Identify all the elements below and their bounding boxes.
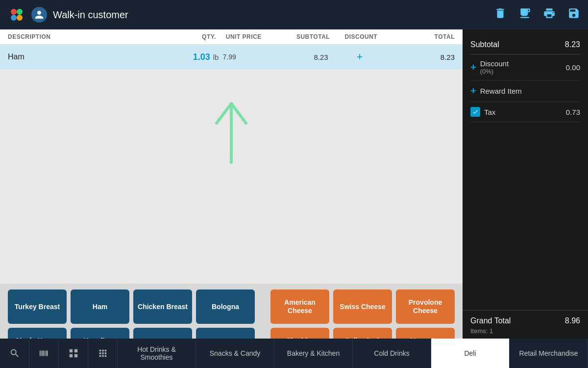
product-ham[interactable]: Ham	[71, 289, 129, 324]
svg-point-2	[17, 9, 23, 15]
col-total-header: TOTAL	[392, 33, 455, 40]
receipt-discount-row: + Discount (0%) 0.00	[470, 54, 580, 80]
receipt-items: Subtotal 8.23 + Discount (0%) 0.00 + Re	[463, 29, 588, 310]
col-unitprice-header: UNIT PRICE	[226, 33, 268, 40]
save-icon[interactable]	[567, 7, 580, 23]
main-content: DESCRIPTION QTY. UNIT PRICE SUBTOTAL DIS…	[0, 29, 588, 368]
subtotal-value: 8.23	[565, 40, 580, 49]
product-american-cheese[interactable]: American Cheese	[270, 289, 329, 324]
order-qty-value: 1.03	[193, 52, 210, 62]
add-discount-icon[interactable]: +	[357, 51, 363, 63]
tab-cold-drinks[interactable]: Cold Drinks	[353, 339, 431, 368]
tax-content: Tax 0.73	[484, 108, 580, 116]
grand-total-value: 8.96	[565, 316, 580, 325]
order-row[interactable]: Ham 1.03 lb 7.99 8.23 + 8.23	[0, 45, 463, 69]
order-item-discount[interactable]: +	[328, 51, 392, 63]
product-turkey-breast[interactable]: Turkey Breast	[8, 289, 67, 324]
add-reward-button[interactable]: +	[470, 85, 476, 97]
col-subtotal-header: SUBTOTAL	[268, 33, 330, 40]
order-table-header: DESCRIPTION QTY. UNIT PRICE SUBTOTAL DIS…	[0, 29, 463, 45]
header-actions	[494, 7, 580, 23]
receipt-subtotal-row: Subtotal 8.23	[470, 35, 580, 54]
reward-label: Reward Item	[480, 87, 522, 95]
receipt-icon[interactable]	[518, 7, 531, 23]
grand-total-label: Grand Total	[470, 316, 511, 325]
svg-point-4	[17, 15, 23, 21]
discount-value: 0.00	[566, 63, 580, 72]
delete-icon[interactable]	[494, 7, 507, 23]
svg-point-3	[11, 15, 17, 21]
tab-snacks[interactable]: Snacks & Candy	[196, 339, 274, 368]
app-logo	[8, 6, 25, 24]
col-discount-header: DISCOUNT	[330, 33, 392, 40]
add-discount-button[interactable]: +	[470, 62, 476, 73]
print-icon[interactable]	[543, 7, 556, 23]
svg-point-1	[11, 9, 17, 15]
barcode-icon-btn[interactable]	[29, 339, 59, 368]
product-swiss-cheese[interactable]: Swiss Cheese	[333, 289, 392, 324]
order-item-subtotal: 8.23	[265, 53, 328, 61]
grand-total-row: Grand Total 8.96	[470, 316, 580, 325]
user-avatar	[31, 7, 47, 23]
order-item-description: Ham	[8, 53, 134, 61]
discount-labels: Discount (0%)	[480, 59, 509, 75]
receipt-reward-row: + Reward Item	[470, 80, 580, 102]
discount-label: Discount	[480, 59, 509, 68]
right-panel: Subtotal 8.23 + Discount (0%) 0.00 + Re	[463, 29, 588, 368]
tax-checkbox[interactable]	[470, 107, 480, 117]
product-chicken-breast[interactable]: Chicken Breast	[133, 289, 192, 324]
order-qty-unit: lb	[213, 53, 219, 61]
tax-label: Tax	[484, 108, 495, 116]
tax-value: 0.73	[566, 108, 580, 116]
grid-icon-btn[interactable]	[59, 339, 88, 368]
items-count: Items: 1	[470, 327, 580, 335]
grand-total-section: Grand Total 8.96 Items: 1	[463, 310, 588, 341]
page-title: Walk-in customer	[53, 9, 488, 21]
tab-deli[interactable]: Deli	[431, 339, 510, 368]
apps-icon-btn[interactable]	[88, 339, 118, 368]
discount-content: Discount (0%) 0.00	[480, 59, 580, 75]
order-item-total: 8.23	[392, 53, 455, 61]
discount-sublabel: (0%)	[480, 68, 509, 75]
product-bologna[interactable]: Bologna	[196, 289, 255, 324]
col-description-header: DESCRIPTION	[8, 33, 133, 40]
tab-retail[interactable]: Retail Merchandise	[510, 339, 588, 368]
tab-hot-drinks[interactable]: Hot Drinks & Smoothies	[118, 339, 196, 368]
search-icon-btn[interactable]	[0, 339, 29, 368]
receipt-tax-row: Tax 0.73	[470, 102, 580, 122]
up-arrow-drawing	[202, 74, 261, 172]
tab-bakery[interactable]: Bakery & Kitchen	[274, 339, 353, 368]
reward-content: Reward Item	[480, 87, 580, 95]
order-table: DESCRIPTION QTY. UNIT PRICE SUBTOTAL DIS…	[0, 29, 463, 69]
left-panel: DESCRIPTION QTY. UNIT PRICE SUBTOTAL DIS…	[0, 29, 463, 368]
subtotal-label: Subtotal	[470, 40, 499, 49]
col-qty-header: QTY.	[133, 33, 226, 40]
product-provolone-cheese[interactable]: Provolone Cheese	[396, 289, 455, 324]
order-item-qty: 1.03 lb	[134, 52, 222, 62]
bottom-nav: Hot Drinks & Smoothies Snacks & Candy Ba…	[0, 339, 588, 368]
order-item-unit-price: 7.99	[222, 53, 265, 61]
arrow-area	[0, 69, 463, 284]
header: Walk-in customer	[0, 0, 588, 29]
